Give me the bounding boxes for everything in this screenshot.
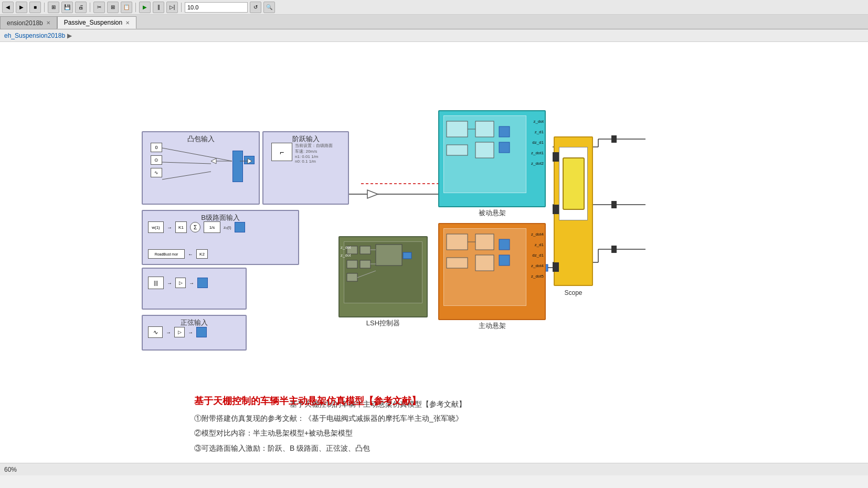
sine-wave-block: ∿	[148, 326, 163, 338]
statusbar: 60%	[0, 463, 868, 475]
passive-port-dz-d1: dz_d1	[532, 140, 544, 145]
svg-line-28	[162, 172, 211, 179]
toolbar-open-btn[interactable]: ⊞	[48, 2, 59, 13]
lsh-inner-diagram	[344, 241, 422, 303]
extra-pulse-block: |||	[148, 277, 164, 289]
jieyue-step-block: ⌐	[271, 143, 292, 161]
active-inner-diagram	[443, 228, 526, 306]
tab-passive-suspension[interactable]: Passive_Suspension ✕	[57, 16, 136, 29]
svg-rect-40	[447, 234, 468, 250]
svg-rect-42	[475, 255, 494, 271]
toolbar-paste-btn[interactable]: 📋	[121, 2, 132, 13]
toolbar-save-btn[interactable]: 💾	[61, 2, 73, 13]
svg-line-27	[162, 162, 211, 164]
tab-ension2018b-label: ension2018b	[7, 19, 43, 27]
tubao-const-block: 0	[151, 143, 162, 152]
breadcrumb-path[interactable]: eh_Suspension2018b	[4, 32, 65, 39]
connector-low	[553, 262, 559, 272]
annotation-area: 基于天棚控制的车辆半主动悬架仿真模型【参考文献】 ①附带搭建仿真复现的参考文献：…	[194, 395, 666, 457]
tabbar: ension2018b ✕ Passive_Suspension ✕	[0, 15, 868, 29]
road-blocks-row: w(1) → K1 Σ 1/s z₀(t)	[148, 221, 245, 233]
road-k2-block: K2	[196, 249, 208, 259]
tubao-mux-block	[232, 151, 243, 182]
svg-rect-56	[403, 252, 411, 259]
toolbar-undo-btn[interactable]: ↺	[250, 2, 261, 13]
tab-passive-suspension-close[interactable]: ✕	[125, 20, 130, 26]
toolbar-print-btn[interactable]: 🖨	[75, 2, 87, 13]
svg-line-26	[162, 148, 232, 161]
toolbar-zoom-btn[interactable]: 🔍	[263, 2, 275, 13]
passive-port-z-dot: z_dot	[533, 119, 544, 124]
passive-port-z-dot1: z_dot1	[531, 151, 544, 155]
active-port-dz-d1: dz_d1	[532, 253, 544, 258]
annotation-line-1: ①附带搭建仿真复现的参考文献：《基于电磁阀式减振器的摩托车半主动_张军晓》	[194, 412, 666, 424]
block-jieyue[interactable]: 阶跃输入 ⌐ 当前设置：自级路面 车速: 20m/s n1: 0.01 1/m …	[262, 131, 349, 205]
toolbar-forward-btn[interactable]: ▶	[16, 2, 27, 13]
road-sum-block: Σ	[190, 222, 200, 232]
passive-port-z-dot2: z_dot2	[531, 161, 544, 166]
separator-4	[181, 3, 182, 12]
road-out-block	[235, 222, 245, 232]
tab-passive-suspension-label: Passive_Suspension	[64, 19, 122, 26]
svg-rect-51	[360, 260, 371, 268]
toolbar-cut-btn[interactable]: ✂	[93, 2, 105, 13]
toolbar-back-btn[interactable]: ◀	[2, 2, 14, 13]
toolbar: ◀ ▶ ■ ⊞ 💾 🖨 ✂ ⊞ 📋 ▶ ‖ ▷| ↺ 🔍	[0, 0, 868, 15]
passive-inner-svg	[444, 116, 526, 193]
scope-inner-graphic	[559, 147, 588, 220]
scope-label: Scope	[555, 289, 592, 296]
passive-port-z-d1: z_d1	[535, 130, 544, 134]
extra-gain2-block: ▷	[175, 278, 186, 288]
block-tubao[interactable]: 凸包输入 0 ⊙ ∿	[142, 131, 260, 205]
toolbar-copy-btn[interactable]: ⊞	[107, 2, 119, 13]
zoom-label: 60%	[4, 466, 17, 473]
svg-rect-37	[447, 145, 468, 155]
block-extra-row[interactable]: ||| → ▷ →	[142, 268, 247, 310]
breadcrumb-arrow: ▶	[67, 32, 72, 39]
block-road[interactable]: B级路面输入 w(1) → K1 Σ 1/s z₀(t) RoadBust mo…	[142, 210, 299, 265]
toolbar-stop-btn[interactable]: ■	[29, 2, 41, 13]
toolbar-pause-btn[interactable]: ‖	[153, 2, 164, 13]
road-roadbust-block: RoadBust mor	[148, 249, 185, 259]
sine-gain-block: ▷	[174, 327, 185, 337]
lsh-port-z-dot: z_dot	[341, 245, 351, 250]
svg-rect-48	[360, 246, 371, 254]
svg-rect-39	[499, 142, 510, 153]
tab-ension2018b[interactable]: ension2018b ✕	[0, 16, 57, 29]
scope-inner-yellow	[563, 157, 585, 210]
block-sine[interactable]: 正弦输入 ∿ → ▷ →	[142, 315, 247, 351]
svg-rect-34	[475, 121, 494, 137]
svg-rect-35	[475, 142, 494, 158]
tab-ension2018b-close[interactable]: ✕	[46, 20, 50, 26]
passive-label: 被动悬架	[439, 208, 545, 218]
active-port-z-dot5: z_dot5	[531, 274, 544, 279]
active-port-z-dot4-2: z_dot4	[531, 263, 544, 268]
road-integ-block: 1/s	[204, 221, 220, 233]
separator-1	[44, 3, 45, 12]
jieyue-note: 当前设置：自级路面 车速: 20m/s n1: 0.01 1/m n0: 0.1…	[295, 143, 333, 164]
block-passive[interactable]: z_dot z_d1 dz_d1 z_dot1 z_dot2 被动悬架	[438, 110, 546, 207]
toolbar-step-btn[interactable]: ▷|	[166, 2, 178, 13]
block-lsh[interactable]: z_dot z_dot LSH控制器	[338, 236, 428, 317]
annotation-line-2: ②模型对比内容：半主动悬架模型+被动悬架模型	[194, 427, 666, 439]
road-wt-block: w(1)	[148, 221, 164, 233]
toolbar-run-btn[interactable]: ▶	[139, 2, 151, 13]
svg-rect-50	[347, 260, 357, 268]
active-port-z-dot4: z_dot4	[531, 232, 544, 237]
extra-row-content: ||| → ▷ →	[148, 277, 208, 289]
svg-rect-54	[347, 273, 357, 281]
svg-rect-46	[499, 255, 510, 266]
svg-rect-44	[447, 258, 468, 268]
canvas-area[interactable]: 凸包输入 0 ⊙ ∿ 阶跃输入 ⌐	[0, 42, 868, 475]
separator-2	[90, 3, 90, 12]
sim-time-input[interactable]	[185, 2, 248, 13]
block-active[interactable]: z_dot4 z_d1 dz_d1 z_dot4 z_dot5 主动悬架	[438, 223, 546, 320]
tubao-out-block	[244, 156, 255, 164]
svg-rect-33	[447, 121, 468, 137]
road-k1-block: K1	[175, 221, 187, 233]
sine-row-content: ∿ → ▷ →	[148, 326, 207, 338]
block-scope[interactable]: Scope	[554, 136, 593, 286]
active-label: 主动悬架	[439, 321, 545, 331]
road-bottom-row: RoadBust mor ← K2	[148, 249, 208, 259]
active-inner-svg	[444, 229, 526, 305]
